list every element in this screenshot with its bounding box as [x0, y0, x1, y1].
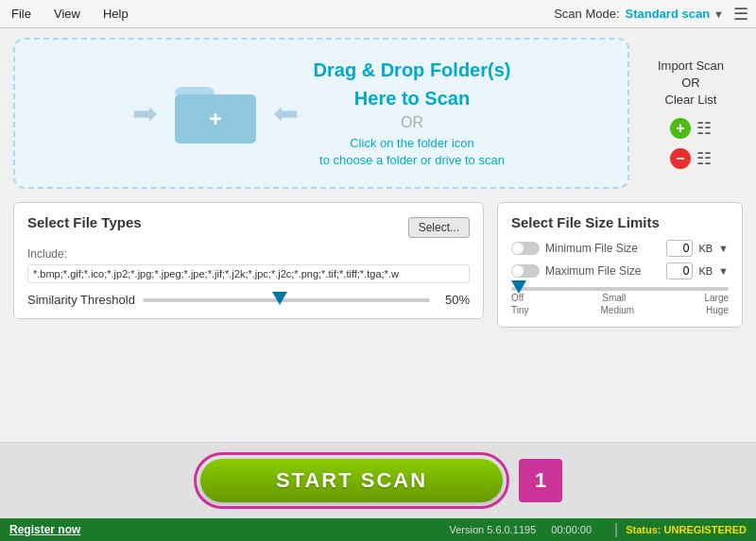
size-slider-thumb — [511, 280, 526, 294]
or-text: OR — [314, 114, 511, 131]
menu-help[interactable]: Help — [99, 5, 132, 23]
size-slider[interactable] — [511, 287, 729, 291]
menu-view[interactable]: View — [50, 5, 84, 23]
remove-icon: − — [670, 148, 691, 169]
min-size-dropdown-icon[interactable]: ▼ — [718, 243, 729, 254]
register-button[interactable]: Register now — [9, 523, 80, 536]
svg-text:+: + — [209, 106, 222, 131]
import-add-button[interactable]: + ☷ — [670, 118, 712, 139]
arrow-right-icon: ➡ — [273, 95, 299, 131]
size-slider-sublabels: Tiny Medium Huge — [511, 305, 729, 315]
file-size-panel: Select File Size Limits Minimum File Siz… — [497, 202, 743, 328]
drag-drop-text-line2: Here to Scan — [314, 86, 511, 110]
size-label-small: Small — [602, 293, 626, 303]
max-size-unit: KB — [698, 265, 713, 277]
start-scan-button[interactable]: START SCAN — [200, 459, 503, 502]
registration-status: Status: UNREGISTERED — [626, 524, 747, 535]
menu-bar: File View Help Scan Mode: Standard scan … — [0, 0, 756, 28]
import-clear-button[interactable]: − ☷ — [670, 148, 712, 169]
status-bar: Register now Version 5.6.0.1195 00:00:00… — [0, 518, 756, 541]
start-scan-section: START SCAN 1 — [0, 442, 756, 518]
scan-button-wrapper: START SCAN — [194, 452, 509, 509]
similarity-slider[interactable] — [143, 298, 430, 302]
drop-zone-text: Drag & Drop Folder(s) Here to Scan OR Cl… — [314, 58, 511, 169]
step-badge: 1 — [519, 459, 562, 502]
drop-zone-subtext-line2: to choose a folder or drive to scan — [314, 152, 511, 169]
right-arrows: ➡ — [273, 95, 299, 131]
file-types-panel: Select File Types Select... Include: *.b… — [13, 202, 484, 319]
menu-file[interactable]: File — [8, 5, 35, 23]
size-label-medium: Medium — [601, 305, 635, 315]
bottom-panels: Select File Types Select... Include: *.b… — [13, 202, 743, 432]
include-label: Include: — [27, 247, 470, 261]
min-size-label: Minimum File Size — [545, 242, 661, 255]
size-label-off: Off — [511, 293, 524, 303]
similarity-row: Similarity Threshold 50% — [27, 293, 470, 307]
scan-mode-label: Scan Mode: — [554, 7, 619, 21]
list-add-icon: ☷ — [696, 118, 712, 139]
max-size-label: Maximum File Size — [545, 264, 661, 278]
folder-icon: + — [173, 77, 258, 145]
file-types-title: Select File Types — [27, 214, 142, 230]
left-arrows: ➡ — [132, 95, 158, 131]
size-label-large: Large — [704, 293, 729, 303]
min-size-input[interactable] — [666, 240, 693, 257]
time-info: 00:00:00 — [551, 524, 592, 535]
scan-mode-value[interactable]: Standard scan — [626, 7, 711, 21]
drop-zone[interactable]: ➡ + ➡ Drag & Drop Folder(s) — [13, 38, 629, 189]
size-label-tiny: Tiny — [511, 305, 529, 315]
drop-zone-subtext-line1: Click on the folder icon — [314, 135, 511, 152]
min-file-size-row: Minimum File Size KB ▼ — [511, 240, 729, 257]
max-file-size-row: Maximum File Size KB ▼ — [511, 262, 729, 279]
version-info: Version 5.6.0.1195 — [450, 524, 537, 535]
min-size-toggle[interactable] — [511, 242, 540, 255]
size-slider-container: Off Small Large Tiny Medium Huge — [511, 287, 729, 315]
size-slider-labels: Off Small Large — [511, 293, 729, 303]
drag-drop-text-line1: Drag & Drop Folder(s) — [314, 58, 511, 82]
arrow-left-icon: ➡ — [132, 95, 158, 131]
similarity-value: 50% — [438, 293, 470, 307]
add-icon: + — [670, 118, 691, 139]
similarity-slider-thumb — [272, 292, 287, 305]
drop-zone-container: ➡ + ➡ Drag & Drop Folder(s) — [13, 38, 743, 189]
max-size-toggle[interactable] — [511, 264, 540, 278]
size-label-huge: Huge — [706, 305, 729, 315]
similarity-label: Similarity Threshold — [27, 293, 135, 307]
status-divider: | — [614, 521, 618, 538]
import-panel: Import ScanORClear List + ☷ − ☷ — [639, 38, 743, 189]
main-content: ➡ + ➡ Drag & Drop Folder(s) — [0, 28, 756, 442]
scan-mode-arrow-icon[interactable]: ▼ — [713, 8, 724, 20]
import-label: Import ScanORClear List — [658, 58, 724, 110]
min-size-unit: KB — [698, 243, 713, 254]
max-size-input[interactable] — [666, 262, 693, 279]
hamburger-menu-icon[interactable]: ☰ — [733, 6, 748, 23]
file-size-title: Select File Size Limits — [511, 214, 729, 230]
include-value: *.bmp;*.gif;*.ico;*.jp2;*.jpg;*.jpeg;*.j… — [27, 264, 470, 283]
select-file-types-button[interactable]: Select... — [408, 217, 470, 238]
list-remove-icon: ☷ — [696, 148, 712, 169]
max-size-dropdown-icon[interactable]: ▼ — [718, 265, 729, 277]
folder-icon-container[interactable]: + — [173, 77, 258, 149]
